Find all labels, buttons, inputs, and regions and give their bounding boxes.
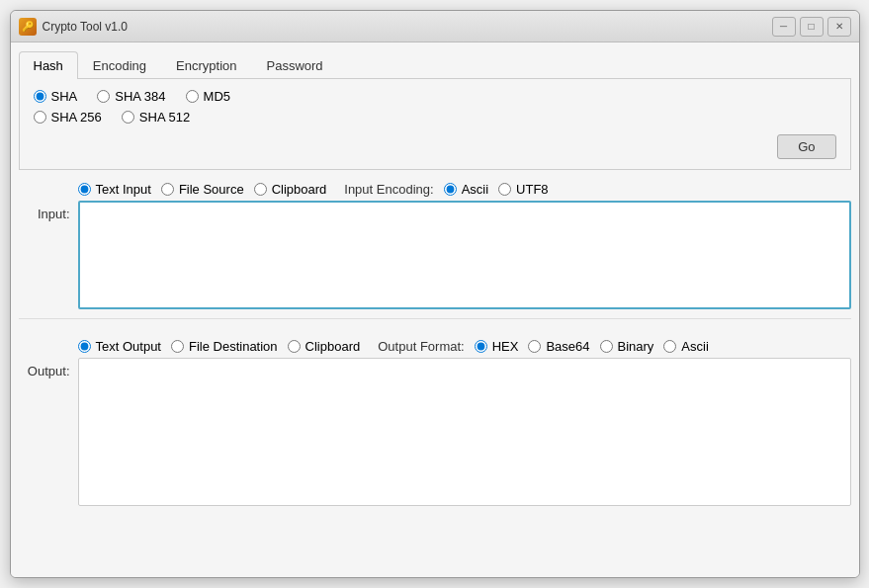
radio-ascii-out[interactable]: Ascii xyxy=(663,339,708,354)
radio-sha-input[interactable] xyxy=(34,90,46,103)
maximize-button[interactable]: □ xyxy=(800,17,824,37)
radio-file-dest-btn[interactable] xyxy=(171,340,184,353)
input-label: Input: xyxy=(19,201,70,221)
hash-row-2: SHA 256 SHA 512 xyxy=(34,110,836,125)
output-textarea[interactable] xyxy=(78,358,851,506)
radio-clipboard-out[interactable]: Clipboard xyxy=(288,339,361,354)
radio-sha256-input[interactable] xyxy=(34,111,46,124)
close-button[interactable]: ✕ xyxy=(827,17,851,37)
radio-text-input-btn[interactable] xyxy=(78,183,91,196)
title-bar: 🔑 Crypto Tool v1.0 ─ □ ✕ xyxy=(11,11,859,42)
input-textarea[interactable] xyxy=(78,201,851,309)
radio-ascii-in[interactable]: Ascii xyxy=(444,182,488,197)
radio-text-output-btn[interactable] xyxy=(78,340,91,353)
radio-base64[interactable]: Base64 xyxy=(528,339,589,354)
radio-text-output[interactable]: Text Output xyxy=(78,339,161,354)
tab-bar: Hash Encoding Encryption Password xyxy=(19,50,851,79)
radio-clipboard-in-btn[interactable] xyxy=(254,183,267,196)
radio-utf8-in-btn[interactable] xyxy=(498,183,511,196)
tab-encoding[interactable]: Encoding xyxy=(78,51,161,79)
radio-sha256[interactable]: SHA 256 xyxy=(34,110,102,125)
divider xyxy=(19,318,851,319)
radio-clipboard-in[interactable]: Clipboard xyxy=(254,182,327,197)
radio-binary[interactable]: Binary xyxy=(600,339,654,354)
go-row: Go xyxy=(34,130,836,159)
output-section: Text Output File Destination Clipboard O… xyxy=(19,333,851,509)
output-options-row: Text Output File Destination Clipboard O… xyxy=(19,333,851,358)
radio-ascii-in-btn[interactable] xyxy=(444,183,457,196)
minimize-button[interactable]: ─ xyxy=(772,17,796,37)
input-row: Input: xyxy=(19,201,851,312)
radio-sha512[interactable]: SHA 512 xyxy=(122,110,190,125)
radio-md5-input[interactable] xyxy=(186,90,199,103)
app-icon: 🔑 xyxy=(19,18,37,36)
hash-panel: SHA SHA 384 MD5 SHA 256 SHA 51 xyxy=(19,79,851,170)
title-bar-left: 🔑 Crypto Tool v1.0 xyxy=(19,18,129,36)
radio-binary-btn[interactable] xyxy=(600,340,613,353)
radio-sha[interactable]: SHA xyxy=(34,89,78,104)
format-label: Output Format: xyxy=(378,339,464,354)
input-section: Text Input File Source Clipboard Input E… xyxy=(19,178,851,312)
radio-clipboard-out-btn[interactable] xyxy=(288,340,301,353)
radio-md5[interactable]: MD5 xyxy=(186,89,230,104)
encoding-label: Input Encoding: xyxy=(344,182,433,197)
radio-text-input[interactable]: Text Input xyxy=(78,182,151,197)
hash-row-1: SHA SHA 384 MD5 xyxy=(34,89,836,104)
go-button[interactable]: Go xyxy=(777,134,835,159)
radio-sha512-input[interactable] xyxy=(122,111,134,124)
content-area: Hash Encoding Encryption Password SHA SH… xyxy=(11,42,859,577)
title-buttons: ─ □ ✕ xyxy=(772,17,851,37)
output-area-container xyxy=(78,358,851,509)
radio-file-source-btn[interactable] xyxy=(161,183,174,196)
radio-file-dest[interactable]: File Destination xyxy=(171,339,278,354)
tab-password[interactable]: Password xyxy=(252,51,338,79)
input-area-container xyxy=(78,201,851,312)
radio-file-source[interactable]: File Source xyxy=(161,182,244,197)
main-window: 🔑 Crypto Tool v1.0 ─ □ ✕ Hash Encoding E… xyxy=(10,10,860,578)
output-label: Output: xyxy=(19,358,70,378)
radio-hex[interactable]: HEX xyxy=(475,339,519,354)
radio-ascii-out-btn[interactable] xyxy=(663,340,676,353)
tab-encryption[interactable]: Encryption xyxy=(161,51,251,79)
tab-hash[interactable]: Hash xyxy=(19,51,78,79)
output-row: Output: xyxy=(19,358,851,509)
window-title: Crypto Tool v1.0 xyxy=(43,20,129,34)
radio-sha384-input[interactable] xyxy=(97,90,110,103)
input-options-row: Text Input File Source Clipboard Input E… xyxy=(19,178,851,201)
radio-sha384[interactable]: SHA 384 xyxy=(97,89,165,104)
radio-base64-btn[interactable] xyxy=(528,340,541,353)
radio-hex-btn[interactable] xyxy=(475,340,487,353)
radio-utf8-in[interactable]: UTF8 xyxy=(498,182,549,197)
